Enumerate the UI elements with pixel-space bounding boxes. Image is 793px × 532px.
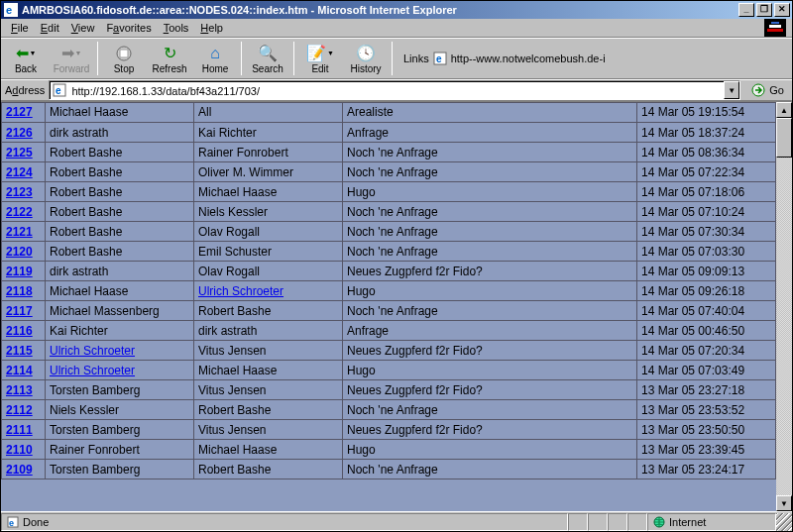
- msg-to: Niels Kessler: [194, 202, 343, 222]
- search-icon: 🔍: [258, 44, 278, 63]
- app-icon: e: [3, 3, 19, 17]
- svg-rect-4: [769, 25, 781, 28]
- close-button[interactable]: ✕: [774, 3, 790, 17]
- history-button[interactable]: 🕓History: [343, 40, 389, 77]
- vertical-scrollbar[interactable]: ▲ ▼: [776, 102, 792, 511]
- content-area: 2127Michael HaaseAllArealiste14 Mar 05 1…: [1, 101, 792, 511]
- edit-button[interactable]: 📝▼Edit: [297, 40, 343, 77]
- msg-from: Michael Haase: [46, 281, 194, 301]
- table-row: 2125Robert BasheRainer FonrobertNoch 'ne…: [2, 143, 776, 162]
- msg-id: 2117: [2, 301, 46, 321]
- home-icon: ⌂: [205, 44, 225, 63]
- menu-edit[interactable]: Edit: [35, 21, 65, 35]
- msg-from: Ulrich Schroeter: [46, 361, 194, 380]
- msg-id-link[interactable]: 2127: [6, 105, 33, 119]
- msg-to: Emil Schuster: [194, 242, 343, 262]
- msg-id-link[interactable]: 2122: [6, 205, 33, 219]
- links-item[interactable]: http--www.notwelcomebush.de-i: [451, 53, 606, 64]
- msg-id-link[interactable]: 2124: [6, 165, 33, 179]
- msg-id: 2118: [2, 281, 46, 301]
- msg-id: 2116: [2, 321, 46, 341]
- msg-id-link[interactable]: 2126: [6, 126, 33, 140]
- msg-id: 2110: [2, 440, 46, 460]
- table-row: 2127Michael HaaseAllArealiste14 Mar 05 1…: [2, 103, 776, 123]
- msg-to: Vitus Jensen: [194, 341, 343, 361]
- status-text: Done: [23, 516, 49, 528]
- toolbar: ⬅▼Back ➡▼Forward Stop ↻Refresh ⌂Home 🔍Se…: [1, 38, 792, 79]
- msg-from: Rainer Fonrobert: [46, 440, 194, 460]
- table-row: 2124Robert BasheOliver M. WimmerNoch 'ne…: [2, 162, 776, 182]
- menu-favorites[interactable]: Favorites: [100, 21, 157, 35]
- msg-date: 14 Mar 05 19:15:54: [637, 103, 776, 123]
- scroll-down-button[interactable]: ▼: [776, 495, 792, 511]
- msg-to: Michael Haase: [194, 182, 343, 202]
- msg-id: 2122: [2, 202, 46, 222]
- msg-from: Niels Kessler: [46, 400, 194, 420]
- scroll-up-button[interactable]: ▲: [776, 102, 792, 118]
- stop-button[interactable]: Stop: [101, 40, 147, 77]
- msg-id-link[interactable]: 2113: [6, 383, 33, 397]
- msg-id-link[interactable]: 2110: [6, 443, 33, 457]
- msg-id-link[interactable]: 2118: [6, 284, 33, 298]
- resize-grip[interactable]: [776, 513, 792, 531]
- msg-from: Torsten Bamberg: [46, 420, 194, 440]
- address-combo[interactable]: e ▼: [49, 80, 740, 100]
- msg-id: 2126: [2, 123, 46, 143]
- msg-from: dirk astrath: [46, 123, 194, 143]
- toolbar-separator: [392, 42, 393, 75]
- msg-subject: Neues Zugpferd f2r Fido?: [343, 420, 637, 440]
- msg-to: Kai Richter: [194, 123, 343, 143]
- menu-tools[interactable]: Tools: [158, 21, 195, 35]
- address-dropdown-button[interactable]: ▼: [724, 81, 739, 99]
- msg-date: 13 Mar 05 23:50:50: [637, 420, 776, 440]
- msg-id-link[interactable]: 2121: [6, 225, 33, 239]
- msg-date: 14 Mar 05 09:09:13: [637, 262, 776, 281]
- refresh-label: Refresh: [152, 63, 186, 74]
- from-link[interactable]: Ulrich Schroeter: [50, 344, 135, 358]
- msg-date: 14 Mar 05 07:03:49: [637, 361, 776, 380]
- home-button[interactable]: ⌂Home: [192, 40, 238, 77]
- msg-id-link[interactable]: 2111: [6, 423, 33, 437]
- msg-id-link[interactable]: 2119: [6, 265, 33, 278]
- msg-date: 14 Mar 05 09:26:18: [637, 281, 776, 301]
- msg-date: 14 Mar 05 07:18:06: [637, 182, 776, 202]
- maximize-button[interactable]: ❐: [756, 3, 772, 17]
- scroll-thumb[interactable]: [776, 118, 792, 158]
- address-label: Address: [3, 84, 49, 96]
- msg-id-link[interactable]: 2116: [6, 324, 33, 338]
- menu-file[interactable]: File: [5, 21, 35, 35]
- msg-subject: Neues Zugpferd f2r Fido?: [343, 341, 637, 361]
- msg-id-link[interactable]: 2115: [6, 344, 33, 358]
- msg-id-link[interactable]: 2109: [6, 463, 33, 477]
- table-row: 2113Torsten BambergVitus JensenNeues Zug…: [2, 380, 776, 400]
- msg-id-link[interactable]: 2117: [6, 304, 33, 318]
- msg-id-link[interactable]: 2125: [6, 146, 33, 160]
- msg-subject: Anfrage: [343, 321, 637, 341]
- menu-view[interactable]: View: [65, 21, 101, 35]
- back-button[interactable]: ⬅▼Back: [3, 40, 49, 77]
- address-input[interactable]: [71, 84, 722, 98]
- menu-help[interactable]: Help: [194, 21, 229, 35]
- msg-from: Robert Bashe: [46, 162, 194, 182]
- go-icon: [750, 82, 766, 98]
- go-button[interactable]: Go: [744, 80, 790, 100]
- table-row: 2115Ulrich SchroeterVitus JensenNeues Zu…: [2, 341, 776, 361]
- msg-id-link[interactable]: 2120: [6, 245, 33, 259]
- msg-to: Robert Bashe: [194, 460, 343, 479]
- from-link[interactable]: Ulrich Schroeter: [50, 364, 135, 377]
- search-label: Search: [252, 63, 283, 74]
- stop-label: Stop: [114, 63, 135, 74]
- forward-button[interactable]: ➡▼Forward: [49, 40, 94, 77]
- refresh-button[interactable]: ↻Refresh: [147, 40, 192, 77]
- msg-to: Robert Bashe: [194, 400, 343, 420]
- msg-id-link[interactable]: 2114: [6, 364, 33, 377]
- table-row: 2118Michael HaaseUlrich SchroeterHugo14 …: [2, 281, 776, 301]
- msg-id-link[interactable]: 2123: [6, 185, 33, 199]
- to-link[interactable]: Ulrich Schroeter: [198, 284, 283, 298]
- search-button[interactable]: 🔍Search: [245, 40, 290, 77]
- msg-id-link[interactable]: 2112: [6, 403, 33, 417]
- status-pane: [568, 513, 588, 531]
- msg-subject: Noch 'ne Anfrage: [343, 460, 637, 479]
- address-bar: Address e ▼ Go: [1, 79, 792, 101]
- minimize-button[interactable]: _: [738, 3, 754, 17]
